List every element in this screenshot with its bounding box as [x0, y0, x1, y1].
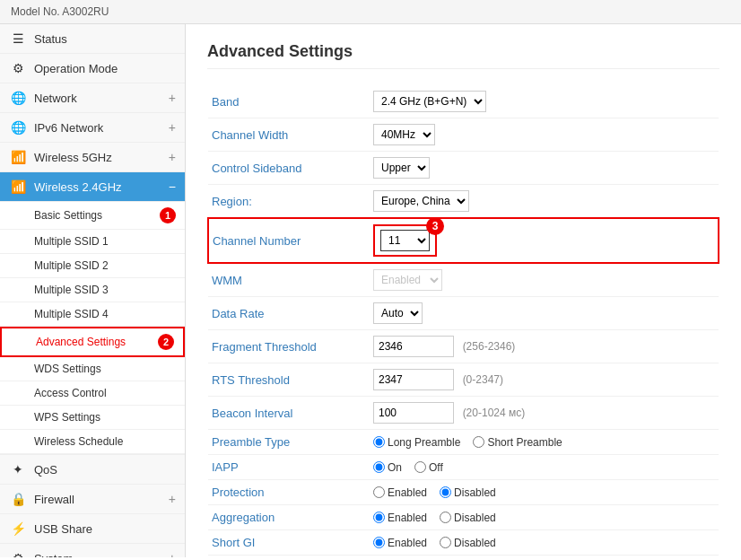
sidebar-item-qos[interactable]: ✦ QoS [0, 455, 185, 485]
region-select[interactable]: Europe, China US Asia [373, 190, 469, 212]
sidebar-item-label: Wireless 2.4GHz [34, 180, 169, 194]
field-value-protection[interactable]: Enabled Disabled [370, 480, 719, 505]
band-select[interactable]: 2.4 GHz (B+G+N) 5 GHz [373, 91, 486, 112]
field-value-channel-width[interactable]: 20MHz 40MHz [370, 118, 719, 152]
sidebar-item-firewall[interactable]: 🔒 Firewall + [0, 485, 185, 514]
sidebar-item-label: Operation Mode [34, 62, 176, 75]
sidebar-item-usb-share[interactable]: ⚡ USB Share [0, 514, 185, 544]
sidebar-sub-wds-settings[interactable]: WDS Settings [0, 357, 185, 381]
sidebar-item-wireless-24ghz[interactable]: 📶 Wireless 2.4GHz − [0, 172, 185, 202]
qos-icon: ✦ [9, 462, 27, 477]
field-value-aggregation[interactable]: Enabled Disabled [370, 505, 719, 530]
aggregation-disabled-radio[interactable] [440, 512, 451, 523]
multiple-ssid-1-label: Multiple SSID 1 [34, 235, 109, 248]
short-gi-disabled-radio[interactable] [440, 537, 451, 548]
field-label-channel-number: Channel Number [208, 218, 370, 263]
field-value-region[interactable]: Europe, China US Asia [370, 185, 719, 219]
channel-width-select[interactable]: 20MHz 40MHz [373, 124, 435, 145]
field-label-preamble-type: Preamble Type [208, 430, 370, 455]
ipv6-expand-icon: + [169, 120, 176, 135]
sidebar-item-ipv6[interactable]: 🌐 IPv6 Network + [0, 113, 185, 143]
sidebar-item-wireless-5ghz[interactable]: 📶 Wireless 5GHz + [0, 143, 185, 172]
table-row: WLAN Partition Enabled Disabled [208, 556, 719, 558]
preamble-long-radio[interactable] [373, 436, 385, 448]
sidebar-sub-multiple-ssid-4[interactable]: Multiple SSID 4 [0, 302, 185, 327]
fragment-threshold-input[interactable] [373, 336, 454, 357]
wireless24-expand-icon: − [169, 179, 176, 194]
network-icon: 🌐 [9, 91, 27, 105]
preamble-short-option[interactable]: Short Preamble [473, 436, 562, 449]
sidebar-sub-basic-settings[interactable]: Basic Settings 1 [0, 202, 185, 230]
iapp-group: On Off [373, 461, 715, 474]
sidebar-item-system[interactable]: ⚙ System + [0, 544, 185, 557]
preamble-long-option[interactable]: Long Preamble [373, 436, 460, 449]
channel-number-select[interactable]: 12345 678910 111213Auto [380, 230, 430, 251]
iapp-on-radio[interactable] [373, 461, 385, 473]
data-rate-select[interactable]: Auto [373, 302, 423, 324]
field-value-short-gi[interactable]: Enabled Disabled [370, 530, 719, 556]
access-control-label: Access Control [34, 387, 107, 399]
sidebar-sub-multiple-ssid-2[interactable]: Multiple SSID 2 [0, 254, 185, 278]
iapp-off-option[interactable]: Off [414, 461, 443, 474]
sidebar-item-operation-mode[interactable]: ⚙ Operation Mode [0, 54, 185, 83]
short-gi-enabled-option[interactable]: Enabled [373, 537, 427, 549]
protection-enabled-option[interactable]: Enabled [373, 486, 427, 499]
network-expand-icon: + [169, 91, 176, 105]
field-value-data-rate[interactable]: Auto [370, 297, 719, 330]
sidebar-sub-multiple-ssid-1[interactable]: Multiple SSID 1 [0, 230, 185, 254]
field-value-fragment-threshold[interactable]: (256-2346) [370, 330, 719, 363]
sidebar-sub-wps-settings[interactable]: WPS Settings [0, 406, 185, 430]
channel-number-highlight: 12345 678910 111213Auto 3 [373, 224, 437, 257]
short-gi-disabled-option[interactable]: Disabled [440, 537, 496, 549]
control-sideband-select[interactable]: Upper Lower [373, 157, 430, 179]
basic-settings-badge: 1 [160, 207, 176, 223]
field-label-short-gi: Short GI [208, 530, 370, 556]
field-label-fragment-threshold: Fragment Threshold [208, 330, 370, 363]
sidebar: ☰ Status ⚙ Operation Mode 🌐 Network + 🌐 … [0, 24, 186, 557]
model-bar: Model No. A3002RU [0, 0, 741, 24]
field-label-control-sideband: Control Sideband [208, 152, 370, 185]
wireless5-expand-icon: + [169, 150, 176, 164]
sidebar-sub-multiple-ssid-3[interactable]: Multiple SSID 3 [0, 278, 185, 302]
field-value-channel-number[interactable]: 12345 678910 111213Auto 3 [370, 218, 719, 263]
preamble-short-radio[interactable] [473, 436, 484, 448]
aggregation-group: Enabled Disabled [373, 512, 715, 524]
wps-settings-label: WPS Settings [34, 411, 100, 424]
sidebar-sub-access-control[interactable]: Access Control [0, 381, 185, 406]
short-gi-enabled-radio[interactable] [373, 537, 385, 548]
field-value-control-sideband[interactable]: Upper Lower [370, 152, 719, 185]
field-label-protection: Protection [208, 480, 370, 505]
sidebar-item-network[interactable]: 🌐 Network + [0, 83, 185, 113]
field-value-preamble-type[interactable]: Long Preamble Short Preamble [370, 430, 719, 455]
field-label-data-rate: Data Rate [208, 297, 370, 330]
table-row: WMM Enabled Disabled [208, 263, 719, 297]
field-value-wlan-partition[interactable]: Enabled Disabled [370, 556, 719, 558]
multiple-ssid-4-label: Multiple SSID 4 [34, 308, 109, 320]
protection-disabled-option[interactable]: Disabled [440, 486, 496, 499]
iapp-off-radio[interactable] [414, 461, 426, 473]
sidebar-item-status[interactable]: ☰ Status [0, 24, 185, 54]
field-value-iapp[interactable]: On Off [370, 455, 719, 480]
usb-share-icon: ⚡ [9, 521, 27, 536]
iapp-on-option[interactable]: On [373, 461, 402, 474]
system-expand-icon: + [169, 551, 176, 557]
rts-threshold-hint: (0-2347) [463, 373, 503, 386]
aggregation-enabled-option[interactable]: Enabled [373, 512, 427, 524]
table-row: IAPP On Off [208, 455, 719, 480]
sidebar-sub-wireless-schedule[interactable]: Wireless Schedule [0, 430, 185, 454]
table-row: Protection Enabled Disabled [208, 480, 719, 505]
sidebar-sub-advanced-settings[interactable]: Advanced Settings 2 [0, 327, 185, 357]
wmm-select[interactable]: Enabled Disabled [373, 269, 442, 291]
protection-disabled-radio[interactable] [440, 486, 451, 498]
table-row: RTS Threshold (0-2347) [208, 363, 719, 397]
aggregation-enabled-radio[interactable] [373, 512, 385, 523]
aggregation-disabled-option[interactable]: Disabled [440, 512, 496, 524]
field-value-rts-threshold[interactable]: (0-2347) [370, 363, 719, 397]
beacon-interval-input[interactable] [373, 402, 454, 424]
protection-group: Enabled Disabled [373, 486, 715, 499]
field-value-beacon-interval[interactable]: (20-1024 мс) [370, 397, 719, 430]
field-value-band[interactable]: 2.4 GHz (B+G+N) 5 GHz [370, 85, 719, 118]
preamble-type-group: Long Preamble Short Preamble [373, 436, 715, 449]
rts-threshold-input[interactable] [373, 369, 454, 390]
protection-enabled-radio[interactable] [373, 486, 385, 498]
